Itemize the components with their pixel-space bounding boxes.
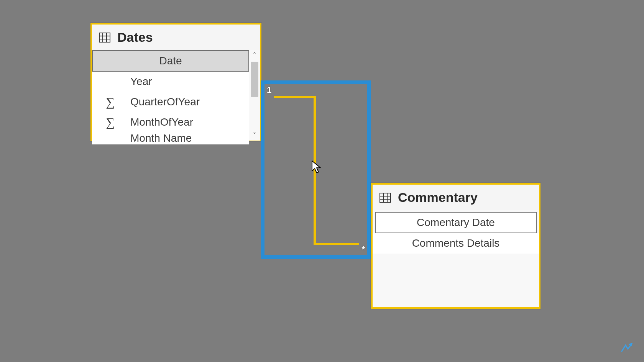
scroll-up-icon[interactable]: ˄ bbox=[249, 50, 260, 61]
relationship-line bbox=[274, 96, 316, 98]
table-dates[interactable]: Dates Date Year ∑ QuarterOfYear ∑ MonthO… bbox=[90, 23, 261, 141]
model-canvas[interactable]: Dates Date Year ∑ QuarterOfYear ∑ MonthO… bbox=[0, 0, 644, 362]
sigma-icon: ∑ bbox=[103, 115, 118, 129]
table-dates-header[interactable]: Dates bbox=[92, 25, 260, 50]
scroll-down-icon[interactable]: ˅ bbox=[249, 130, 260, 141]
table-commentary-title: Commentary bbox=[398, 190, 478, 205]
svg-rect-0 bbox=[99, 33, 110, 42]
brand-logo-icon bbox=[620, 342, 633, 354]
sigma-icon: ∑ bbox=[103, 95, 118, 109]
field-date[interactable]: Date bbox=[92, 50, 249, 72]
field-label: MonthOfYear bbox=[130, 116, 193, 128]
table-commentary-fields: Comentary Date Comments Details bbox=[373, 212, 539, 254]
field-monthofyear[interactable]: ∑ MonthOfYear bbox=[92, 112, 249, 133]
table-commentary-header[interactable]: Commentary bbox=[373, 185, 539, 210]
cardinality-many: * bbox=[361, 244, 365, 254]
mouse-cursor-icon bbox=[311, 160, 322, 174]
field-year[interactable]: Year bbox=[92, 72, 249, 92]
field-label: Date bbox=[159, 55, 182, 67]
field-comments-details[interactable]: Comments Details bbox=[373, 233, 539, 254]
table-icon bbox=[380, 193, 391, 203]
field-label: Year bbox=[130, 75, 152, 88]
cardinality-one: 1 bbox=[267, 85, 271, 95]
table-dates-title: Dates bbox=[117, 30, 153, 45]
table-dates-body: Date Year ∑ QuarterOfYear ∑ MonthOfYear … bbox=[92, 50, 260, 141]
table-dates-fields: Date Year ∑ QuarterOfYear ∑ MonthOfYear … bbox=[92, 50, 249, 144]
svg-rect-5 bbox=[380, 193, 391, 202]
table-commentary-body: Comentary Date Comments Details bbox=[373, 212, 539, 254]
field-label: Month Name bbox=[130, 132, 192, 144]
table-icon bbox=[99, 33, 110, 43]
field-commentary-date[interactable]: Comentary Date bbox=[375, 212, 537, 233]
field-quarterofyear[interactable]: ∑ QuarterOfYear bbox=[92, 92, 249, 112]
field-label: Comentary Date bbox=[417, 216, 495, 229]
field-label: QuarterOfYear bbox=[130, 96, 200, 108]
scrollbar[interactable]: ˄ ˅ bbox=[249, 50, 260, 141]
relationship-line bbox=[314, 243, 359, 245]
field-monthname[interactable]: Month Name bbox=[92, 133, 249, 144]
scroll-thumb[interactable] bbox=[251, 62, 258, 97]
field-label: Comments Details bbox=[412, 237, 500, 249]
table-commentary[interactable]: Commentary Comentary Date Comments Detai… bbox=[371, 183, 540, 309]
